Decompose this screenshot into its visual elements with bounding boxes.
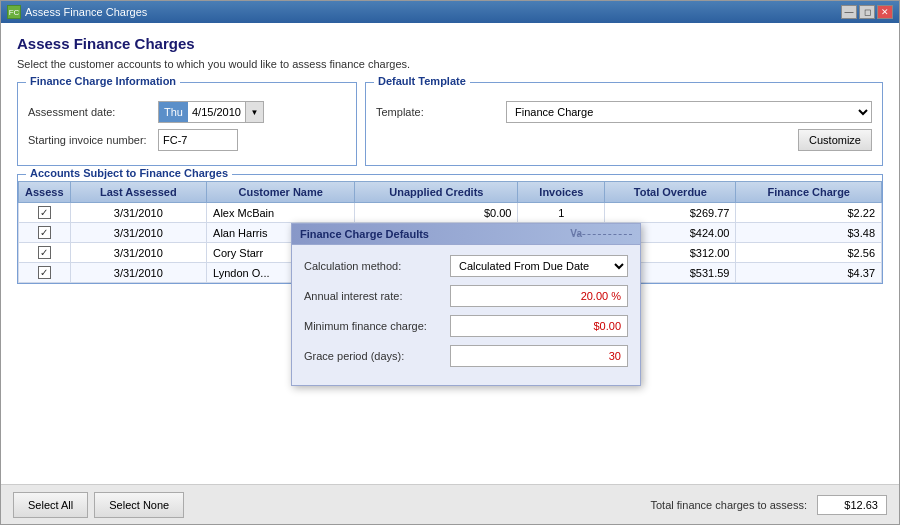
last-assessed-cell: 3/31/2010 <box>70 263 207 283</box>
date-value: 4/15/2010 <box>188 104 245 120</box>
window-icon: FC <box>7 5 21 19</box>
date-day: Thu <box>159 102 188 122</box>
col-finance-charge: Finance Charge <box>736 182 882 203</box>
assess-checkbox-cell[interactable]: ✓ <box>19 243 71 263</box>
customize-button[interactable]: Customize <box>798 129 872 151</box>
title-buttons: — ◻ ✕ <box>841 5 893 19</box>
table-row: ✓ 3/31/2010 Alex McBain $0.00 1 $269.77 … <box>19 203 882 223</box>
col-assess: Assess <box>19 182 71 203</box>
assess-checkbox[interactable]: ✓ <box>38 246 51 259</box>
top-sections: Finance Charge Information Assessment da… <box>17 82 883 166</box>
col-last-assessed: Last Assessed <box>70 182 207 203</box>
popup-header: Finance Charge Defaults Va <box>292 224 640 245</box>
customer-name-cell: Alex McBain <box>207 203 355 223</box>
popup-body: Calculation method: Calculated From Due … <box>292 245 640 385</box>
starting-invoice-row: Starting invoice number: <box>28 129 346 151</box>
invoices-cell: 1 <box>518 203 605 223</box>
finance-charge-cell: $3.48 <box>736 223 882 243</box>
starting-invoice-input[interactable] <box>158 129 238 151</box>
template-select-wrap: Finance Charge <box>506 101 872 123</box>
popup-min-charge-input[interactable] <box>450 315 628 337</box>
close-button[interactable]: ✕ <box>877 5 893 19</box>
window-title: Assess Finance Charges <box>25 6 147 18</box>
popup-calc-row: Calculation method: Calculated From Due … <box>304 255 628 277</box>
popup-calc-label: Calculation method: <box>304 260 444 272</box>
assessment-date-input[interactable]: Thu 4/15/2010 ▼ <box>158 101 264 123</box>
bottom-right: Total finance charges to assess: $12.63 <box>650 495 887 515</box>
popup-calc-select[interactable]: Calculated From Due Date <box>450 255 628 277</box>
total-value: $12.63 <box>817 495 887 515</box>
popup-min-charge-row: Minimum finance charge: <box>304 315 628 337</box>
main-content: Assess Finance Charges Select the custom… <box>1 23 899 484</box>
finance-info-legend: Finance Charge Information <box>26 75 180 87</box>
last-assessed-cell: 3/31/2010 <box>70 243 207 263</box>
total-label: Total finance charges to assess: <box>650 499 807 511</box>
date-dropdown-button[interactable]: ▼ <box>245 102 263 122</box>
finance-info-section: Finance Charge Information Assessment da… <box>17 82 357 166</box>
minimize-button[interactable]: — <box>841 5 857 19</box>
col-invoices: Invoices <box>518 182 605 203</box>
finance-charge-cell: $2.22 <box>736 203 882 223</box>
starting-invoice-label: Starting invoice number: <box>28 134 158 146</box>
assessment-date-row: Assessment date: Thu 4/15/2010 ▼ <box>28 101 346 123</box>
col-total-overdue: Total Overdue <box>605 182 736 203</box>
bottom-bar: Select All Select None Total finance cha… <box>1 484 899 524</box>
popup-va-label: Va <box>570 228 582 239</box>
page-title: Assess Finance Charges <box>17 35 883 52</box>
default-template-section: Default Template Template: Finance Charg… <box>365 82 883 166</box>
popup-grace-input[interactable] <box>450 345 628 367</box>
finance-charge-cell: $2.56 <box>736 243 882 263</box>
finance-defaults-popup: Finance Charge Defaults Va Calculation m… <box>291 223 641 386</box>
template-select[interactable]: Finance Charge <box>506 101 872 123</box>
col-unapplied-credits: Unapplied Credits <box>355 182 518 203</box>
popup-grace-label: Grace period (days): <box>304 350 444 362</box>
accounts-legend: Accounts Subject to Finance Charges <box>26 167 232 179</box>
restore-button[interactable]: ◻ <box>859 5 875 19</box>
assess-checkbox[interactable]: ✓ <box>38 226 51 239</box>
default-template-legend: Default Template <box>374 75 470 87</box>
assess-checkbox-cell[interactable]: ✓ <box>19 223 71 243</box>
title-bar-left: FC Assess Finance Charges <box>7 5 147 19</box>
assess-checkbox[interactable]: ✓ <box>38 206 51 219</box>
bottom-left: Select All Select None <box>13 492 184 518</box>
popup-interest-label: Annual interest rate: <box>304 290 444 302</box>
last-assessed-cell: 3/31/2010 <box>70 223 207 243</box>
table-header-row: Assess Last Assessed Customer Name Unapp… <box>19 182 882 203</box>
assess-checkbox-cell[interactable]: ✓ <box>19 263 71 283</box>
popup-min-charge-label: Minimum finance charge: <box>304 320 444 332</box>
main-window: FC Assess Finance Charges — ◻ ✕ Assess F… <box>0 0 900 525</box>
unapplied-credits-cell: $0.00 <box>355 203 518 223</box>
assessment-date-label: Assessment date: <box>28 106 158 118</box>
popup-grace-row: Grace period (days): <box>304 345 628 367</box>
title-bar: FC Assess Finance Charges — ◻ ✕ <box>1 1 899 23</box>
select-all-button[interactable]: Select All <box>13 492 88 518</box>
finance-charge-cell: $4.37 <box>736 263 882 283</box>
template-label: Template: <box>376 106 506 118</box>
popup-interest-row: Annual interest rate: <box>304 285 628 307</box>
popup-title: Finance Charge Defaults <box>300 228 429 240</box>
col-customer-name: Customer Name <box>207 182 355 203</box>
page-subtitle: Select the customer accounts to which yo… <box>17 58 883 70</box>
total-overdue-cell: $269.77 <box>605 203 736 223</box>
template-row: Template: Finance Charge <box>376 101 872 123</box>
last-assessed-cell: 3/31/2010 <box>70 203 207 223</box>
select-none-button[interactable]: Select None <box>94 492 184 518</box>
popup-interest-input[interactable] <box>450 285 628 307</box>
assess-checkbox[interactable]: ✓ <box>38 266 51 279</box>
assess-checkbox-cell[interactable]: ✓ <box>19 203 71 223</box>
